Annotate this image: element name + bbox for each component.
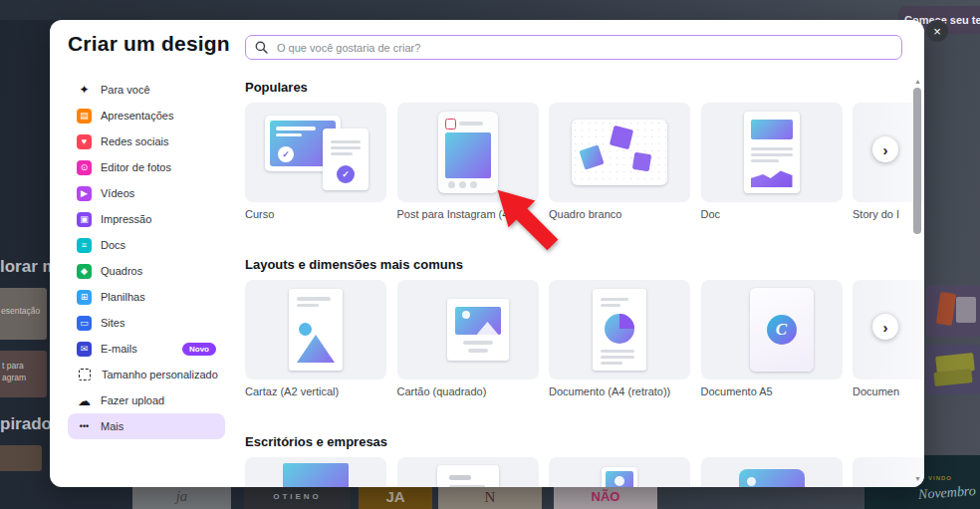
sidebar-item-label: Apresentações — [101, 110, 173, 122]
card-label: Cartão (quadrado) — [397, 385, 487, 397]
red-arrow-cursor — [489, 186, 567, 254]
sidebar-item-redes-sociais[interactable]: ♥Redes sociais — [68, 128, 225, 154]
card-row-layouts-e-dimensoes-mais-comuns: Cartaz (A2 vertical) Cartão (quadrado) D… — [245, 280, 924, 419]
thumb-bizdoc — [397, 457, 539, 487]
sidebar-item-label: Planilhas — [101, 291, 145, 303]
sidebar-item-apresentacoes[interactable]: ▤Apresentações — [68, 103, 225, 128]
card-label: Story do I — [853, 208, 899, 220]
card-label: Curso — [245, 208, 274, 220]
design-card-curso[interactable]: ✓ ✓ — [245, 103, 386, 202]
card-row-escritorios-e-empresas — [245, 457, 924, 487]
browser-icon: ▭ — [77, 316, 92, 331]
background-page-header — [0, 0, 980, 20]
sidebar-item-impressao[interactable]: ▣Impressão — [68, 206, 225, 232]
sidebar-item-editor-de-fotos[interactable]: ⊙Editor de fotos — [68, 154, 225, 180]
sidebar-item-e-mails[interactable]: ✉E-mailsNovo — [68, 336, 225, 362]
sidebar-item-label: Fazer upload — [101, 394, 164, 406]
printer-icon: ▣ — [77, 212, 92, 227]
modal-title: Criar um design — [68, 32, 230, 56]
background-thumbnail-instagram-post: t para agram — [0, 351, 47, 397]
search-input[interactable] — [275, 41, 892, 55]
design-card-slot-4[interactable] — [701, 457, 843, 487]
play-icon: ▶ — [77, 186, 92, 201]
design-card-slot-1[interactable] — [245, 457, 386, 487]
sidebar-item-mais[interactable]: •••Mais — [68, 413, 225, 439]
whiteboard-icon: ◆ — [77, 264, 92, 279]
search-icon — [255, 41, 268, 54]
sidebar-item-label: E-mails — [101, 343, 137, 355]
background-thumbnail-orange-card — [926, 285, 980, 337]
section-heading-layouts-e-dimensoes-mais-comuns: Layouts e dimensões mais comuns — [245, 257, 463, 272]
sparkles-icon: ✦ — [77, 83, 92, 98]
sidebar-item-label: Sites — [101, 317, 124, 329]
section-heading-populares: Populares — [245, 80, 308, 95]
thumb-cutplain — [853, 457, 924, 487]
thumb-doca4 — [549, 280, 690, 380]
section-heading-escritorios-e-empresas: Escritórios e empresas — [245, 434, 387, 449]
background-thumbnail-presentation: esentação — [0, 288, 47, 340]
scrollbar-up-arrow[interactable]: ▲ — [914, 78, 921, 85]
design-card-documento-a5[interactable]: C — [701, 280, 843, 380]
background-thumbnail-misc — [0, 445, 42, 471]
sidebar-item-quadros[interactable]: ◆Quadros — [68, 258, 225, 284]
sidebar-item-label: Vídeos — [101, 187, 134, 199]
bottom-row-thumb-ja-script: ja — [132, 487, 231, 509]
sidebar-item-label: Para você — [101, 84, 150, 96]
scrollbar-down-arrow[interactable]: ▼ — [914, 475, 921, 482]
card-label: Documen — [853, 385, 899, 397]
thumb-whiteboard — [549, 103, 690, 202]
background-heading-fragment-top: lorar m — [0, 257, 58, 277]
thumb-doc — [701, 103, 843, 202]
design-card-slot-5[interactable] — [853, 457, 924, 487]
card-label: Documento (A4 (retrato)) — [549, 385, 670, 397]
thumb-doca5: C — [701, 280, 843, 380]
thumb-bizbar — [701, 457, 843, 487]
bottom-row-thumb-ja-caps: JA — [359, 487, 432, 509]
upload-icon: ☁ — [77, 393, 92, 408]
design-card-slot-3[interactable] — [549, 457, 690, 487]
thumb-bizgrad — [245, 457, 386, 487]
scroll-right-chevron-icon[interactable]: › — [872, 136, 898, 162]
camera-icon: ⊙ — [77, 160, 92, 175]
thumb-squarecard — [397, 280, 539, 380]
sidebar-item-docs[interactable]: ≡Docs — [68, 232, 225, 258]
background-thumbnail-green-card — [926, 345, 980, 394]
sidebar-item-para-voce[interactable]: ✦Para você — [68, 77, 225, 103]
sidebar-item-sites[interactable]: ▭Sites — [68, 310, 225, 336]
scrollbar-thumb[interactable] — [913, 88, 921, 234]
email-icon: ✉ — [77, 342, 92, 357]
design-card-slot-2[interactable] — [397, 457, 539, 487]
novo-badge: Novo — [182, 343, 216, 356]
spreadsheet-icon: ⊞ — [77, 290, 92, 305]
sidebar-item-label: Quadros — [101, 265, 142, 277]
design-card-cartao-quadrado[interactable] — [397, 280, 539, 380]
close-icon[interactable]: × — [926, 20, 948, 42]
doc-icon: ≡ — [77, 238, 92, 253]
card-label: Cartaz (A2 vertical) — [245, 385, 339, 397]
design-card-doc[interactable] — [701, 103, 843, 202]
design-card-cartaz-a2-vertical[interactable] — [245, 280, 386, 380]
vindo-text: VINDO — [928, 475, 952, 481]
sidebar-item-fazer-upload[interactable]: ☁Fazer upload — [68, 387, 225, 413]
sidebar-item-videos[interactable]: ▶Vídeos — [68, 180, 225, 206]
custom-size-icon — [79, 369, 91, 381]
sidebar-item-label: Redes sociais — [101, 135, 168, 147]
bottom-row-thumb-n: N — [438, 487, 542, 509]
scroll-right-chevron-icon[interactable]: › — [872, 314, 898, 340]
social-heart-icon: ♥ — [77, 134, 92, 149]
sidebar-item-label: Mais — [101, 420, 123, 432]
sidebar-item-label: Docs — [101, 239, 125, 251]
bottom-row-thumb-otieno: OTIENO — [244, 487, 351, 509]
thumb-course: ✓ ✓ — [245, 103, 386, 202]
create-design-modal: Criar um design ✦Para você▤Apresentações… — [50, 20, 924, 487]
design-card-documento-a4-retrato[interactable] — [549, 280, 690, 380]
sidebar-item-planilhas[interactable]: ⊞Planilhas — [68, 284, 225, 310]
design-card-quadro-branco[interactable] — [549, 103, 690, 202]
novembro-script-text: Novembro — [918, 483, 977, 503]
card-label: Documento A5 — [701, 385, 773, 397]
sidebar-item-tamanho-personalizado[interactable]: Tamanho personalizado — [68, 362, 225, 387]
more-dots-icon: ••• — [77, 419, 92, 434]
sidebar-item-label: Editor de fotos — [101, 161, 171, 173]
sidebar-item-label: Impressão — [101, 213, 151, 225]
search-bar[interactable] — [245, 35, 902, 60]
